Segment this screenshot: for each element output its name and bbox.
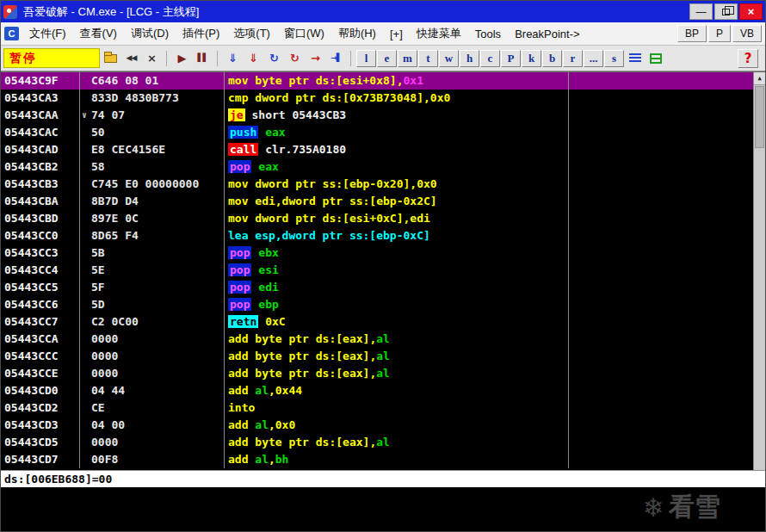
disasm-instruction: retn 0xC: [225, 313, 569, 331]
menu-right-button-bp[interactable]: BP: [677, 25, 707, 42]
step-over-button[interactable]: ⇓: [244, 49, 263, 68]
instruction-token: pop: [228, 263, 251, 276]
toolbar-letter-b[interactable]: b: [542, 50, 562, 67]
restore-button[interactable]: [714, 3, 738, 20]
disasm-row[interactable]: 05443CBD897E 0Cmov dword ptr ds:[esi+0xC…: [1, 210, 755, 227]
toolbar-letter-e[interactable]: e: [377, 50, 397, 67]
instruction-token: dword ptr ds:[0x73B73048]: [255, 91, 423, 104]
open-file-button[interactable]: [101, 49, 120, 68]
pause-state-button[interactable]: 暂停: [3, 48, 100, 68]
menu-right-buttons: BPPVB: [676, 25, 762, 42]
menu-right-button-vb[interactable]: VB: [732, 25, 762, 42]
run-button[interactable]: ▶: [172, 49, 192, 68]
restart-button[interactable]: ◀◀: [121, 49, 141, 68]
disasm-address: 05443CD3: [1, 417, 80, 434]
toolbar-letter-m[interactable]: m: [398, 50, 417, 67]
disasm-row[interactable]: 05443CD50000add byte ptr ds:[eax],al: [1, 434, 755, 451]
disasm-row[interactable]: 05443CC7C2 0C00retn 0xC: [1, 313, 755, 331]
disasm-address: 05443CC0: [1, 227, 80, 244]
disasm-row[interactable]: 05443CC08D65 F4lea esp,dword ptr ss:[ebp…: [1, 227, 755, 244]
menu-item-quick-menu[interactable]: 快捷菜单: [410, 22, 468, 45]
disasm-row[interactable]: 05443CCE0000add byte ptr ds:[eax],al: [1, 365, 755, 382]
disasm-comment: [569, 434, 755, 451]
instruction-token: ebx: [258, 246, 278, 259]
disasm-bytes: E8 CEC4156E: [80, 141, 225, 158]
disasm-bytes: 8D65 F4: [80, 227, 225, 244]
scrollbar-thumb[interactable]: [755, 86, 764, 148]
disasm-instruction: call clr.735A0180: [225, 141, 569, 158]
patches-window-button[interactable]: [646, 49, 665, 68]
instruction-token: edi: [258, 281, 278, 294]
disasm-row[interactable]: 05443CC55Fpop edi: [1, 279, 755, 296]
menu-item-tools[interactable]: Tools: [468, 22, 508, 45]
toolbar-letter-dots[interactable]: ...: [584, 50, 603, 67]
disasm-comment: [569, 141, 755, 158]
toolbar-letter-r[interactable]: r: [563, 50, 583, 67]
disasm-row[interactable]: 05443CB258pop eax: [1, 158, 755, 176]
disasm-instruction: add byte ptr ds:[eax],al: [225, 331, 569, 348]
instruction-token: short 05443CB3: [251, 108, 346, 121]
instruction-token: bh: [275, 453, 289, 466]
disasm-row[interactable]: 05443CD304 00add al,0x0: [1, 417, 755, 434]
disasm-row[interactable]: 05443CC35Bpop ebx: [1, 244, 755, 262]
instruction-token: [258, 315, 265, 328]
disasm-row[interactable]: 05443CCA0000add byte ptr ds:[eax],al: [1, 331, 755, 348]
help-button[interactable]: ?: [738, 49, 758, 68]
scroll-up-button[interactable]: ▲: [754, 72, 765, 85]
disasm-instruction: add byte ptr ds:[eax],al: [225, 365, 569, 382]
menu-item-file[interactable]: 文件(F): [22, 22, 73, 45]
disasm-row[interactable]: 05443CA3833D 4830B773cmp dword ptr ds:[0…: [1, 90, 755, 107]
disasm-instruction: mov byte ptr ds:[esi+0x8],0x1: [225, 72, 569, 90]
disasm-row[interactable]: 05443CC45Epop esi: [1, 262, 755, 279]
run-to-cursor-button[interactable]: →▌: [326, 49, 346, 68]
toolbar-letter-t[interactable]: t: [418, 50, 438, 67]
toolbar-letter-l[interactable]: l: [356, 50, 376, 67]
run-to-cursor-icon: →▌: [330, 54, 341, 62]
instruction-token: ,: [269, 453, 275, 466]
instruction-token: clr.735A0180: [265, 143, 346, 156]
disasm-row[interactable]: 05443CAC50push eax: [1, 124, 755, 141]
vertical-scrollbar[interactable]: ▲: [753, 72, 765, 470]
disasm-row[interactable]: 05443CAA∨74 07je short 05443CB3: [1, 107, 755, 124]
disasm-row[interactable]: 05443CCC0000add byte ptr ds:[eax],al: [1, 348, 755, 365]
menu-item-breakpoint[interactable]: BreakPoint->: [508, 22, 587, 45]
close-button[interactable]: ×: [739, 3, 763, 20]
disasm-instruction: add al,bh: [225, 451, 569, 468]
toolbar-letter-w[interactable]: w: [439, 50, 459, 67]
menu-item-options[interactable]: 选项(T): [226, 22, 277, 45]
menu-right-button-p[interactable]: P: [708, 25, 731, 42]
toolbar-letter-s[interactable]: s: [604, 50, 624, 67]
execute-till-return-button[interactable]: →: [306, 49, 325, 68]
toolbar-letter-h[interactable]: h: [460, 50, 479, 67]
disasm-row[interactable]: 05443CD700F8add al,bh: [1, 451, 755, 468]
menu-item-window[interactable]: 窗口(W): [277, 22, 331, 45]
instruction-token: byte ptr ds:[eax]: [255, 436, 369, 448]
disasm-row[interactable]: 05443CC65Dpop ebp: [1, 296, 755, 313]
disasm-row[interactable]: 05443CD2CEinto: [1, 399, 755, 417]
minimize-button[interactable]: —: [689, 3, 713, 20]
instruction-token: byte ptr ds:[esi+0x8]: [255, 74, 396, 87]
disasm-row[interactable]: 05443CADE8 CEC4156Ecall clr.735A0180: [1, 141, 755, 158]
animate-over-button[interactable]: ↻: [285, 49, 305, 68]
log-list-button[interactable]: [625, 49, 645, 68]
menu-item-plugins[interactable]: 插件(P): [176, 22, 226, 45]
step-into-button[interactable]: ⇓: [223, 49, 243, 68]
toolbar-letter-k[interactable]: k: [522, 50, 541, 67]
animate-into-button[interactable]: ↻: [264, 49, 284, 68]
menu-item-debug[interactable]: 调试(D): [124, 22, 176, 45]
disasm-comment: [569, 158, 755, 176]
mdi-child-icon[interactable]: C: [4, 27, 19, 40]
toolbar-letter-P[interactable]: P: [501, 50, 521, 67]
close-program-button[interactable]: ×: [142, 49, 162, 68]
disasm-row[interactable]: 05443CBA8B7D D4mov edi,dword ptr ss:[ebp…: [1, 193, 755, 210]
menu-item-plus[interactable]: [+]: [383, 22, 410, 45]
disasm-row[interactable]: 05443CD004 44add al,0x44: [1, 382, 755, 399]
menu-item-help[interactable]: 帮助(H): [331, 22, 383, 45]
disasm-instruction: je short 05443CB3: [225, 107, 569, 124]
disasm-row[interactable]: 05443C9FC646 08 01mov byte ptr ds:[esi+0…: [1, 72, 755, 90]
disasm-row[interactable]: 05443CB3C745 E0 00000000mov dword ptr ss…: [1, 176, 755, 193]
menu-item-view[interactable]: 查看(V): [73, 22, 124, 45]
toolbar-letter-c[interactable]: c: [480, 50, 500, 67]
instruction-token: pop: [228, 281, 251, 294]
pause-exec-button[interactable]: ▌▌: [193, 49, 213, 68]
